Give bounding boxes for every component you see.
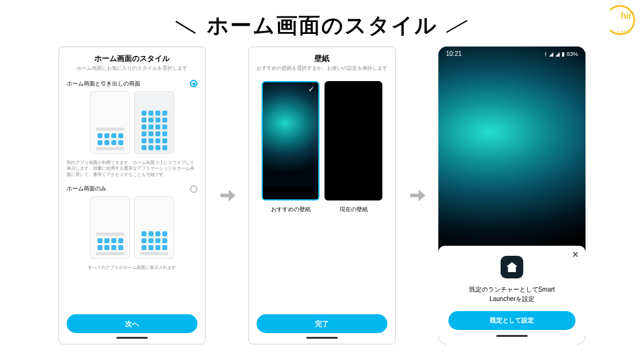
check-icon: ✓ [308, 85, 314, 94]
option1-desc: 別のアプリ画面が利用できます。ホーム画面で上にスワイプして表示します。頻繁に使用… [67, 160, 197, 177]
wall2-label: 現在の壁紙 [325, 206, 382, 214]
home-indicator [306, 337, 338, 339]
preview-home-only-1 [90, 196, 130, 259]
arrow-right-icon [216, 184, 238, 207]
next-button[interactable]: 次へ [67, 314, 197, 333]
close-icon[interactable]: ✕ [572, 250, 579, 260]
wallpaper-recommended[interactable]: ✓ [262, 81, 319, 200]
option-home-and-drawer[interactable]: ホーム画面と引き出しの画面 [67, 80, 197, 88]
status-time: 10:21 [446, 50, 462, 57]
screen1-title: ホーム画面のスタイル [67, 53, 197, 64]
decor-slash-left: ＼ [171, 9, 201, 43]
home-icon [506, 262, 518, 272]
preview-home-only-2 [134, 196, 174, 259]
wall1-label: おすすめの壁紙 [262, 206, 319, 214]
radio-unselected-icon [190, 185, 197, 193]
option-home-only[interactable]: ホーム画面のみ [67, 185, 197, 193]
screen2-subtitle: おすすめの壁紙を選択するか、お使いの設定を保持します [257, 65, 387, 72]
signal-icon: ◢ [555, 51, 560, 57]
decor-slash-right: ／ [444, 9, 474, 43]
battery-icon: ▮ [562, 51, 565, 57]
wallpaper-current[interactable] [325, 81, 382, 200]
wifi-icon: ◢ [549, 51, 553, 57]
option2-preview [67, 196, 197, 259]
home-indicator [496, 335, 528, 337]
arrow-right-icon [406, 184, 428, 207]
option1-preview [67, 91, 197, 154]
status-icons: ᚼ ◢ ◢ ▮ 83% [544, 51, 578, 57]
home-indicator [116, 337, 148, 339]
preview-home [90, 91, 130, 154]
option1-label: ホーム画面と引き出しの画面 [67, 80, 140, 88]
default-launcher-dialog: ✕ 既定のランチャーとしてSmart Launcherを設定 既定として設定 [438, 246, 586, 344]
screen-default-launcher: 10:21 ᚼ ◢ ◢ ▮ 83% ✕ 既定のランチャーとしてSmart Lau… [438, 47, 586, 344]
set-default-button[interactable]: 既定として設定 [448, 311, 575, 330]
dialog-text: 既定のランチャーとしてSmart Launcherを設定 [448, 285, 575, 304]
option2-label: ホーム画面のみ [67, 185, 106, 193]
page-title: ホーム画面のスタイル [207, 11, 438, 40]
radio-selected-icon [190, 80, 197, 87]
screen-home-style: ホーム画面のスタイル ホーム画面にお気に入りのスタイルを選択します ホーム画面と… [58, 47, 206, 344]
launcher-app-icon [501, 256, 523, 278]
screen1-subtitle: ホーム画面にお気に入りのスタイルを選択します [67, 65, 197, 72]
option2-desc: すべてのアプリがホーム画面に表示されます [67, 265, 197, 270]
screen2-title: 壁紙 [257, 53, 387, 64]
bluetooth-icon: ᚼ [544, 51, 547, 57]
battery-text: 83% [567, 51, 578, 57]
done-button[interactable]: 完了 [257, 314, 387, 333]
screen-wallpaper: 壁紙 おすすめの壁紙を選択するか、お使いの設定を保持します ✓ おすすめの壁紙 … [248, 47, 396, 344]
preview-drawer [134, 91, 174, 154]
